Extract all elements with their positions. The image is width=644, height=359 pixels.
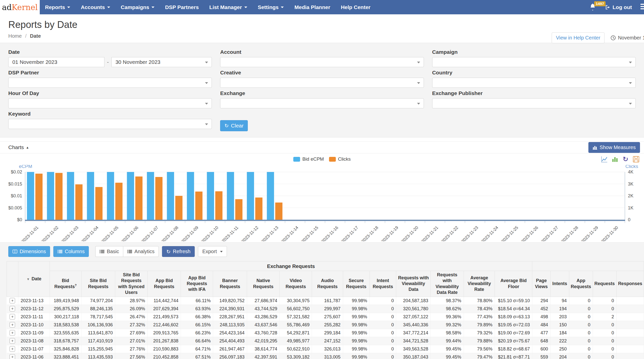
caret-down-icon [417, 82, 420, 84]
chart-refresh-button[interactable]: ↻ [622, 156, 629, 163]
nav-item-campaigns[interactable]: Campaigns [115, 4, 160, 10]
export-button[interactable]: Export [198, 246, 227, 257]
dsp-partner-select[interactable] [8, 78, 212, 88]
column-header-audio-requests[interactable]: Audio Requests [312, 271, 343, 297]
line-chart-mode-button[interactable] [601, 156, 608, 163]
dimensions-button[interactable]: Dimensions [8, 246, 50, 257]
column-header-site-bid-requests-with-synced-users[interactable]: Site Bid Requests with Synced Users [115, 271, 147, 297]
value-cell: 114,442,744 [147, 297, 181, 305]
column-header-requests[interactable]: Requests [593, 271, 616, 297]
charts-collapse-toggle[interactable]: Charts ▲ [8, 144, 29, 150]
value-cell: 0 [569, 305, 593, 313]
value-cell: $19.05 σ=72.03 [495, 321, 532, 329]
column-header-site-bid-requests[interactable]: Site Bid Requests [81, 271, 115, 297]
nav-item-media-planner[interactable]: Media Planner [289, 4, 335, 10]
column-header-bid-requests[interactable]: Bid Requests? [50, 271, 81, 297]
expand-row-button[interactable]: + [10, 330, 15, 336]
hour-of-day-select[interactable] [8, 98, 212, 108]
column-header-intents[interactable]: Intents [550, 271, 569, 297]
refresh-button[interactable]: ↻ Refresh [162, 246, 195, 257]
campaign-select[interactable] [432, 57, 636, 67]
date-to-select[interactable]: 30 November 2023 [111, 57, 212, 67]
value-cell: 99.98% [343, 337, 370, 345]
filter-hour-of-day-label: Hour Of Day [8, 90, 212, 96]
caret-down-icon [417, 103, 420, 105]
exchange-publisher-select[interactable] [432, 98, 636, 108]
x-axis-label: 2023-11-09 [181, 225, 199, 242]
column-header-requests-with-viewability-data-rate[interactable]: Requests with Viewability Data Rate [431, 271, 464, 297]
caret-down-icon [417, 62, 420, 63]
column-header-intent-requests[interactable]: Intent Requests [370, 271, 396, 297]
hamburger-menu-icon[interactable] [640, 4, 644, 11]
column-header-app-requests[interactable]: App Requests [569, 271, 593, 297]
page-header: Reports by Date Home / Date View in Help… [0, 14, 644, 43]
nav-item-reports[interactable]: Reports [40, 4, 75, 10]
clicks-bar [275, 203, 283, 220]
country-select[interactable] [432, 78, 636, 88]
value-cell: 63.93% [181, 305, 213, 313]
charts-section-header: Charts ▲ Show Measures [0, 141, 644, 153]
notifications-button[interactable]: 1497 [590, 4, 596, 11]
column-header-page-views[interactable]: Page Views [532, 271, 550, 297]
table-row: +2023-11-10318,583,538106,136,93627.32%2… [7, 321, 644, 329]
expand-row-button[interactable]: + [10, 306, 15, 311]
expand-row-button[interactable]: + [10, 322, 15, 328]
column-header-average-viewability-rate[interactable]: Average Viewability Rate [464, 271, 495, 297]
column-header-average-bid-floor[interactable]: Average Bid Floor [495, 271, 532, 297]
column-header-app-bid-requests[interactable]: App Bid Requests [147, 271, 181, 297]
filter-account: Account [220, 49, 424, 67]
column-header-responses[interactable]: Responses [616, 271, 644, 297]
expand-row-button[interactable]: + [10, 314, 15, 320]
creative-select[interactable] [220, 78, 424, 88]
basic-view-button[interactable]: Basic [95, 246, 123, 257]
value-cell: 99.36% [431, 313, 464, 321]
legend-item-clicks[interactable]: Clicks [329, 156, 351, 162]
column-header-app-bid-requests-with-ifa[interactable]: App Bid Requests with IFA [181, 271, 213, 297]
nav-item-settings[interactable]: Settings [253, 4, 289, 10]
value-cell: 300,217,118 [50, 313, 81, 321]
value-cell: 79.88% [464, 337, 495, 345]
column-header-native-requests[interactable]: Native Requests [247, 271, 280, 297]
value-cell: 150 [550, 321, 569, 329]
column-header-banner-requests[interactable]: Banner Requests [213, 271, 247, 297]
nav-item-help-center[interactable]: Help Center [336, 4, 376, 10]
show-measures-button[interactable]: Show Measures [588, 142, 640, 153]
expand-row-button[interactable]: + [10, 354, 15, 359]
value-cell: 78,717,545 [81, 313, 115, 321]
view-help-center-button[interactable]: View in Help Center [552, 32, 605, 43]
bar-chart-mode-button[interactable] [612, 156, 618, 163]
value-cell: 344,721,528 [396, 337, 431, 345]
keyword-select[interactable] [8, 119, 212, 129]
caret-down-icon [205, 62, 208, 63]
value-cell: $18.54 σ=64.34 [495, 305, 532, 313]
nav-item-accounts[interactable]: Accounts [75, 4, 115, 10]
value-cell: 79.89% [464, 321, 495, 329]
app-logo[interactable]: adKernel [0, 0, 40, 14]
expand-row-button[interactable]: + [10, 338, 15, 344]
analytics-view-button[interactable]: Analytics [123, 246, 159, 257]
value-cell: 254,404,493 [213, 337, 247, 345]
column-header-secure-requests[interactable]: Secure Requests [343, 271, 370, 297]
column-header-date[interactable]: ▼Date [18, 261, 50, 297]
caret-down-icon [151, 7, 154, 8]
column-header-requests-with-viewability-data[interactable]: Requests with Viewability Data [396, 271, 431, 297]
expand-row-button[interactable]: + [10, 346, 15, 352]
date-from-input[interactable] [8, 57, 104, 67]
caret-down-icon [107, 7, 110, 8]
notification-count-badge: 1497 [594, 1, 606, 7]
expand-row-button[interactable]: + [10, 298, 15, 303]
nav-item-dsp-partners[interactable]: DSP Partners [160, 4, 204, 10]
chart-save-button[interactable] [633, 156, 639, 163]
clear-filters-button[interactable]: ↻ Clear [220, 120, 248, 131]
column-header-video-requests[interactable]: Video Requests [280, 271, 312, 297]
columns-button[interactable]: Columns [53, 246, 89, 257]
exchange-select[interactable] [220, 98, 424, 108]
legend-item-bid-ecpm[interactable]: Bid eCPM [293, 156, 324, 162]
group-header-exchange-requests: Exchange Requests [50, 261, 532, 271]
account-select[interactable] [220, 57, 424, 67]
logout-button[interactable]: Log out [605, 4, 632, 10]
caret-down-icon [629, 62, 632, 63]
breadcrumb-home-link[interactable]: Home [8, 33, 22, 39]
nav-item-list-manager[interactable]: List Manager [204, 4, 253, 10]
value-cell: 327,057,122 [396, 313, 431, 321]
